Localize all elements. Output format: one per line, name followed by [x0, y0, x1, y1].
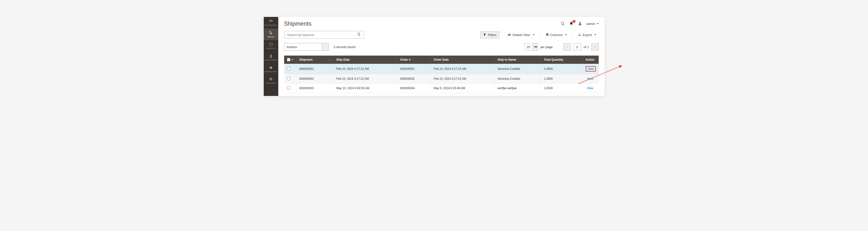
keyword-search-button[interactable]	[356, 31, 362, 38]
gear-icon	[546, 33, 549, 37]
page-total-label: of 1	[584, 45, 589, 49]
table-row[interactable]: 000000003May 13, 2024 9:40:50 AM00000000…	[284, 84, 599, 93]
caret-down-icon	[291, 59, 293, 60]
separator	[540, 31, 540, 38]
user-icon	[578, 22, 582, 26]
sidebar-item-label: DASHBOARD	[265, 24, 277, 26]
view-link[interactable]: View	[588, 67, 594, 71]
table-row[interactable]: 000000001Feb 23, 2024 4:17:22 AM00000000…	[284, 64, 599, 74]
col-qty[interactable]: Total Quantity	[541, 55, 583, 64]
cell-action: View	[583, 64, 598, 74]
row-checkbox[interactable]	[287, 67, 290, 70]
cell-order: 000000004	[397, 84, 431, 93]
sidebar: DASHBOARD SALES CATALOG CUSTOMERS MARKET…	[264, 17, 278, 96]
cell-qty: 1.0000	[541, 84, 583, 93]
cell-order: 000000001	[397, 64, 431, 74]
sidebar-item-dashboard[interactable]: DASHBOARD	[264, 17, 278, 29]
col-order[interactable]: Order #	[397, 55, 431, 64]
cell-action: View	[583, 74, 598, 84]
sidebar-item-catalog[interactable]: CATALOG	[264, 40, 278, 52]
row-checkbox[interactable]	[287, 86, 290, 90]
caret-down-icon	[533, 34, 534, 35]
per-page-label: per page	[540, 45, 552, 49]
col-select[interactable]	[284, 55, 297, 64]
notifications-button[interactable]: 1	[569, 22, 574, 26]
eye-icon	[507, 33, 511, 37]
prev-page-button[interactable]	[563, 43, 570, 50]
sidebar-item-content[interactable]: CONTENT	[264, 75, 278, 86]
caret-down-icon	[594, 34, 596, 35]
col-ship-to[interactable]: Ship-to Name	[495, 55, 541, 64]
person-icon	[269, 54, 273, 58]
filters-label: Filters	[488, 33, 496, 37]
cell-ship-to: Veronica Costello	[495, 74, 541, 84]
page-title: Shipments	[284, 20, 311, 27]
box-icon	[269, 42, 273, 47]
filters-button[interactable]: Filters	[480, 31, 499, 38]
chevron-left-icon	[566, 46, 568, 48]
sort-arrow-icon: ↓	[329, 58, 330, 62]
export-label: Export	[583, 33, 592, 37]
cell-ship-to: we9fjw weifjwe	[495, 84, 541, 93]
search-icon	[560, 22, 565, 26]
default-view-button[interactable]: Default View	[505, 32, 537, 38]
col-order-date[interactable]: Order Date	[431, 55, 495, 64]
pages-icon	[269, 77, 273, 81]
col-ship-date[interactable]: Ship Date	[333, 55, 397, 64]
sidebar-item-sales[interactable]: SALES	[264, 29, 278, 40]
page-input[interactable]	[573, 43, 581, 50]
keyword-search-input[interactable]	[287, 33, 356, 37]
cell-shipment: 000000002	[296, 74, 333, 84]
cell-action: View	[583, 84, 598, 93]
sidebar-item-label: CUSTOMERS	[265, 59, 278, 61]
per-page-value: 20	[525, 45, 533, 49]
export-button[interactable]: Export	[576, 32, 599, 38]
sidebar-item-label: MARKETING	[265, 71, 277, 73]
bulk-actions-label: Actions	[284, 45, 297, 49]
sidebar-item-customers[interactable]: CUSTOMERS	[264, 52, 278, 63]
keyword-search	[284, 31, 364, 39]
columns-button[interactable]: Columns	[543, 32, 569, 38]
caret-down-icon	[534, 46, 538, 47]
sidebar-item-label: CATALOG	[266, 47, 276, 49]
next-page-button[interactable]	[591, 43, 599, 50]
default-view-label: Default View	[513, 33, 530, 37]
sidebar-item-label: SALES	[268, 36, 274, 38]
separator	[572, 31, 572, 38]
records-found: 3 records found	[334, 45, 355, 49]
per-page-select[interactable]: 20	[524, 43, 538, 50]
export-icon	[578, 33, 581, 37]
gauge-icon	[269, 19, 273, 24]
funnel-icon	[483, 33, 486, 37]
cell-ship-date: May 13, 2024 9:40:50 AM	[333, 84, 397, 93]
row-checkbox[interactable]	[287, 77, 290, 80]
col-shipment[interactable]: Shipment↓	[296, 55, 333, 64]
cell-ship-to: Veronica Costello	[495, 64, 541, 74]
shipments-table: Shipment↓ Ship Date Order # Order Date S…	[284, 55, 599, 93]
view-link[interactable]: View	[587, 77, 593, 80]
view-link[interactable]: View	[587, 86, 593, 90]
search-button[interactable]	[560, 22, 565, 26]
cell-shipment: 000000001	[296, 64, 333, 74]
notification-badge: 1	[572, 20, 576, 23]
columns-label: Columns	[550, 33, 563, 37]
cell-order: 000000002	[397, 74, 431, 84]
cell-order-date: May 9, 2024 6:25:49 AM	[431, 84, 495, 93]
select-all-checkbox[interactable]	[287, 58, 290, 62]
sidebar-item-marketing[interactable]: MARKETING	[264, 63, 278, 75]
account-menu[interactable]: admin	[587, 22, 598, 26]
caret-down-icon	[597, 23, 599, 24]
cell-shipment: 000000003	[296, 84, 333, 93]
account-icon-button[interactable]	[578, 22, 582, 26]
search-icon	[357, 32, 361, 36]
caret-down-icon	[565, 34, 567, 35]
col-action: Action	[583, 55, 598, 64]
separator	[502, 31, 502, 38]
bulk-actions-select[interactable]: Actions	[284, 43, 329, 51]
sidebar-item-label: CONTENT	[266, 82, 276, 84]
table-row[interactable]: 000000002Feb 23, 2024 4:17:22 AM00000000…	[284, 74, 599, 84]
megaphone-icon	[269, 66, 273, 70]
account-username: admin	[587, 22, 595, 26]
cell-qty: 1.0000	[541, 64, 583, 74]
cell-ship-date: Feb 23, 2024 4:17:22 AM	[333, 64, 397, 74]
